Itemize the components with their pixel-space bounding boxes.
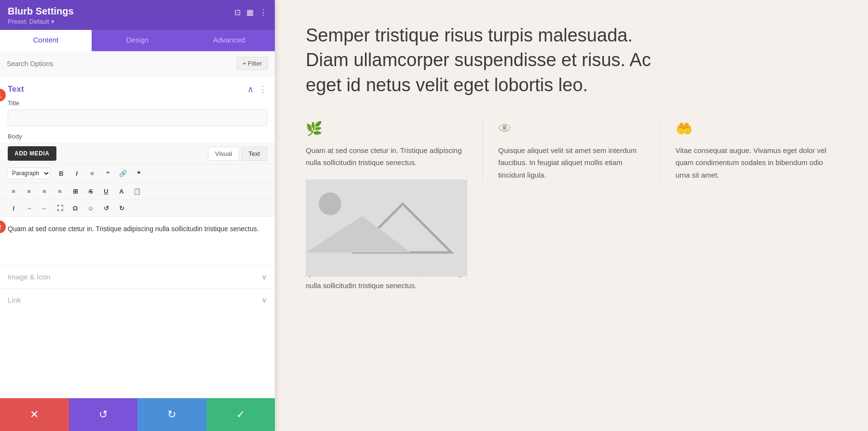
ordered-list-button[interactable]: ⁼ xyxy=(101,167,114,180)
filter-button[interactable]: + Filter xyxy=(236,57,268,70)
save-button[interactable]: ✓ xyxy=(206,398,275,431)
content-area: Semper tristique risus turpis malesuada.… xyxy=(275,0,868,431)
strikethrough-button[interactable]: S̶ xyxy=(84,185,97,197)
columns-icon[interactable]: ▦ xyxy=(246,8,254,17)
title-field-group: Title xyxy=(0,99,275,133)
text-section-title: Text xyxy=(8,84,24,94)
visual-tab[interactable]: Visual xyxy=(208,147,239,161)
image-icon-title: Image & Icon xyxy=(8,273,50,281)
body-text: Quam at sed conse ctetur in. Tristique a… xyxy=(8,223,267,234)
panel-tabs: Content Design Advanced xyxy=(0,30,275,51)
section-collapse-icon[interactable]: ∧ xyxy=(247,84,254,95)
tab-advanced[interactable]: Advanced xyxy=(183,30,275,51)
align-right-button[interactable]: ≡ xyxy=(38,185,51,197)
text-section-header: Text ∧ ⋮ xyxy=(0,76,275,99)
title-field-label: Title xyxy=(8,99,267,107)
panel-bottom-bar: ✕ ↺ ↻ ✓ xyxy=(0,398,275,431)
image-icon-arrow: ∨ xyxy=(261,272,267,281)
title-input[interactable] xyxy=(8,110,267,126)
editor-view-tabs: Visual Text xyxy=(208,147,267,161)
hero-text: Semper tristique risus turpis malesuada.… xyxy=(306,23,653,97)
editor-toolbar-row2: ≡ ≡ ≡ ≡ ⊞ S̶ U A 📋 xyxy=(0,183,275,200)
redo-editor-button[interactable]: ↻ xyxy=(115,202,128,214)
undo-editor-button[interactable]: ↺ xyxy=(99,202,113,214)
section-controls: ∧ ⋮ xyxy=(247,84,267,95)
table-button[interactable]: ⊞ xyxy=(68,185,82,197)
italic2-button[interactable]: I xyxy=(7,202,20,214)
image-icon-section[interactable]: Image & Icon ∨ xyxy=(0,265,275,288)
text-color-button[interactable]: A xyxy=(115,185,128,197)
indent-button[interactable]: → xyxy=(22,202,36,214)
search-input[interactable] xyxy=(7,60,236,68)
emoji-button[interactable]: ☺ xyxy=(84,202,97,214)
blurb-bottom-col-1: Quam at sed conse ctetur in. Tristique a… xyxy=(306,196,483,292)
paste-text-button[interactable]: 📋 xyxy=(130,185,144,197)
align-justify-button[interactable]: ≡ xyxy=(53,185,67,197)
link-arrow: ∨ xyxy=(261,295,267,305)
blurb-image xyxy=(306,196,467,259)
blurb-text-1: Quam at sed conse ctetur in. Tristique a… xyxy=(306,144,467,169)
tab-content[interactable]: Content xyxy=(0,30,92,51)
panel-title: Blurb Settings xyxy=(8,6,74,17)
italic-button[interactable]: I xyxy=(70,167,83,180)
fullscreen-icon[interactable]: ⊡ xyxy=(234,8,241,17)
section-menu-icon[interactable]: ⋮ xyxy=(258,84,267,95)
redo-button[interactable]: ↻ xyxy=(137,398,206,431)
underline-button[interactable]: U xyxy=(99,185,113,197)
paragraph-select[interactable]: Paragraph Heading 1 Heading 2 xyxy=(7,167,51,179)
blurb-icon-3: 🤲 xyxy=(676,121,837,137)
more-options-icon[interactable]: ⋮ xyxy=(259,8,267,17)
blurb-icon-1: 🌿 xyxy=(306,121,467,137)
panel-title-group: Blurb Settings Preset: Default ▾ xyxy=(8,6,74,25)
link-button[interactable]: 🔗 xyxy=(116,167,130,180)
editor-toolbar-row1: Paragraph Heading 1 Heading 2 B I ≡ ⁼ 🔗 … xyxy=(0,164,275,183)
editor-toolbar-top: ADD MEDIA Visual Text xyxy=(0,143,275,164)
blurb-settings-panel: Blurb Settings Preset: Default ▾ ⊡ ▦ ⋮ C… xyxy=(0,0,275,431)
blurb-grid: 🌿 Quam at sed conse ctetur in. Tristique… xyxy=(306,121,837,181)
blurb-text-2: Quisque aliquet velit sit amet sem inter… xyxy=(498,144,644,181)
panel-body: 1 Text ∧ ⋮ Title Body ADD MEDIA Visua xyxy=(0,76,275,431)
special-char-button[interactable]: Ω xyxy=(68,202,82,214)
body-label: Body xyxy=(0,133,275,140)
panel-preset[interactable]: Preset: Default ▾ xyxy=(8,18,74,25)
blurb-col-2: 👁 Quisque aliquet velit sit amet sem int… xyxy=(483,121,660,181)
tab-design[interactable]: Design xyxy=(92,30,183,51)
fullscreen-editor-button[interactable]: ⛶ xyxy=(53,202,67,214)
align-left-button[interactable]: ≡ xyxy=(7,185,20,197)
outdent-button[interactable]: ← xyxy=(38,202,51,214)
link-section[interactable]: Link ∨ xyxy=(0,288,275,311)
blurb-col-1: 🌿 Quam at sed conse ctetur in. Tristique… xyxy=(306,121,483,181)
link-title: Link xyxy=(8,296,21,304)
svg-point-3 xyxy=(319,193,341,215)
blurb-text-3: Vitae consequat augue. Vivamus eget dolo… xyxy=(676,144,837,181)
cancel-button[interactable]: ✕ xyxy=(0,398,69,431)
blurb-col-3: 🤲 Vitae consequat augue. Vivamus eget do… xyxy=(660,121,837,181)
align-center-button[interactable]: ≡ xyxy=(22,185,36,197)
blurb-bottom: Quam at sed conse ctetur in. Tristique a… xyxy=(306,196,837,292)
editor-toolbar-row3: I → ← ⛶ Ω ☺ ↺ ↻ xyxy=(0,200,275,217)
quote-button[interactable]: ❝ xyxy=(132,167,145,180)
unordered-list-button[interactable]: ≡ xyxy=(85,167,99,180)
blurb-icon-2: 👁 xyxy=(498,121,644,137)
editor-content[interactable]: Quam at sed conse ctetur in. Tristique a… xyxy=(0,217,275,265)
search-bar: + Filter xyxy=(0,51,275,76)
panel-header: Blurb Settings Preset: Default ▾ ⊡ ▦ ⋮ xyxy=(0,0,275,30)
panel-header-icons: ⊡ ▦ ⋮ xyxy=(234,6,267,17)
undo-button[interactable]: ↺ xyxy=(69,398,138,431)
add-media-button[interactable]: ADD MEDIA xyxy=(8,146,56,161)
bold-button[interactable]: B xyxy=(54,167,68,180)
text-tab[interactable]: Text xyxy=(241,147,267,161)
